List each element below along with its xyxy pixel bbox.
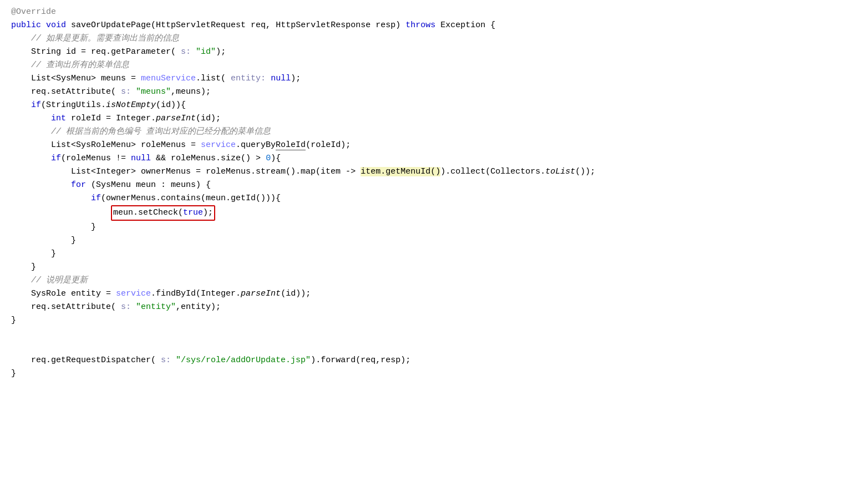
code-line-11: List<SysRoleMenu> roleMenus = service.qu… <box>11 139 857 152</box>
code-line-21: // 说明是更新 <box>11 274 857 287</box>
code-line-20: } <box>11 261 857 274</box>
code-line-24: } <box>11 314 857 327</box>
code-line-2: public void saveOrUpdatePage(HttpServlet… <box>11 19 857 32</box>
code-line-14: for (SysMenu meun : meuns) { <box>11 179 857 192</box>
code-line-19: } <box>11 247 857 261</box>
highlight-getmenuid: item.getMenuId() <box>361 167 440 176</box>
code-line-28: } <box>11 367 857 380</box>
code-line-3: // 如果是更新。需要查询出当前的信息 <box>11 32 857 45</box>
highlighted-statement: meun.setCheck(true); <box>111 205 215 221</box>
annotation: @Override <box>11 7 56 17</box>
code-line-23: req.setAttribute( s: "entity",entity); <box>11 301 857 314</box>
code-line-12: if(roleMenus != null && roleMenus.size()… <box>11 152 857 165</box>
code-line-22: SysRole entity = service.findById(Intege… <box>11 287 857 301</box>
code-line-4: String id = req.getParameter( s: "id"); <box>11 45 857 59</box>
code-line-25 <box>11 327 857 341</box>
code-line-26 <box>11 341 857 354</box>
code-line-16: meun.setCheck(true); <box>11 205 857 221</box>
code-line-13: List<Integer> ownerMenus = roleMenus.str… <box>11 165 857 179</box>
code-line-7: req.setAttribute( s: "meuns",meuns); <box>11 85 857 99</box>
code-line-15: if(ownerMenus.contains(meun.getId())){ <box>11 192 857 205</box>
code-line-17: } <box>11 221 857 234</box>
code-line-10: // 根据当前的角色编号 查询出对应的已经分配的菜单信息 <box>11 125 857 139</box>
code-line-6: List<SysMenu> meuns = menuService.list( … <box>11 72 857 85</box>
code-line-9: int roleId = Integer.parseInt(id); <box>11 112 857 125</box>
code-line-1: @Override <box>11 6 857 19</box>
code-line-18: } <box>11 234 857 247</box>
code-line-8: if(StringUtils.isNotEmpty(id)){ <box>11 99 857 112</box>
code-editor: @Override public void saveOrUpdatePage(H… <box>0 0 868 482</box>
code-line-5: // 查询出所有的菜单信息 <box>11 59 857 72</box>
code-line-27: req.getRequestDispatcher( s: "/sys/role/… <box>11 354 857 367</box>
